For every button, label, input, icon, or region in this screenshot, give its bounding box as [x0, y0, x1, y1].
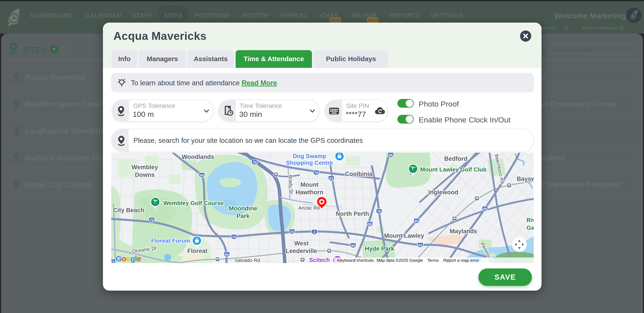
svg-text:75: 75 — [314, 171, 318, 175]
svg-text:Moondine: Moondine — [229, 205, 257, 212]
svg-text:Report a map error: Report a map error — [443, 258, 479, 263]
svg-text:e: e — [137, 254, 141, 263]
svg-text:Wembley: Wembley — [132, 164, 158, 171]
svg-text:72: 72 — [150, 218, 154, 222]
svg-text:Riverside: Riverside — [526, 217, 534, 223]
svg-text:Inglewood: Inglewood — [428, 189, 458, 196]
svg-text:Bedford: Bedford — [444, 155, 468, 162]
svg-text:Floreat: Floreat — [187, 248, 208, 254]
svg-text:o: o — [122, 254, 126, 263]
svg-text:Keyboard shortcuts: Keyboard shortcuts — [337, 258, 374, 263]
svg-text:West: West — [294, 240, 308, 247]
svg-text:Gardens: Gardens — [526, 224, 534, 231]
svg-text:Mount: Mount — [300, 181, 319, 188]
svg-text:Woodlands: Woodlands — [182, 154, 214, 160]
svg-text:North Perth: North Perth — [336, 210, 369, 217]
svg-text:75: 75 — [377, 210, 381, 213]
svg-text:64: 64 — [225, 252, 229, 256]
svg-text:55: 55 — [483, 207, 487, 211]
svg-text:Floreat Forum: Floreat Forum — [151, 237, 190, 244]
svg-text:Bayswater: Bayswater — [517, 176, 534, 182]
svg-text:Shopping Centre: Shopping Centre — [286, 159, 333, 166]
svg-text:56: 56 — [389, 153, 393, 157]
svg-text:Wembley Golf Course: Wembley Golf Course — [163, 200, 224, 206]
svg-text:Hawthorn: Hawthorn — [296, 189, 324, 196]
svg-text:Salvado Rd: Salvado Rd — [234, 257, 260, 263]
svg-text:2: 2 — [314, 230, 315, 234]
svg-text:53: 53 — [415, 219, 419, 223]
svg-text:64: 64 — [200, 173, 204, 177]
svg-text:Terms: Terms — [427, 258, 439, 263]
svg-text:75: 75 — [253, 161, 256, 164]
svg-text:G: G — [116, 254, 122, 263]
svg-text:Park: Park — [236, 213, 250, 219]
svg-text:Downs: Downs — [135, 171, 155, 178]
svg-text:Brady St: Brady St — [288, 175, 294, 194]
svg-text:72: 72 — [232, 235, 236, 239]
svg-text:Maylands: Maylands — [450, 228, 477, 235]
svg-text:Mount Lawley Golf Club: Mount Lawley Golf Club — [420, 166, 486, 173]
svg-text:56: 56 — [368, 222, 372, 226]
svg-text:Hyde Park: Hyde Park — [365, 245, 394, 252]
svg-text:Map data ©2025 Google: Map data ©2025 Google — [376, 258, 423, 263]
svg-text:Anzac Rd: Anzac Rd — [298, 205, 320, 211]
svg-text:Leederville: Leederville — [286, 248, 317, 254]
svg-text:o: o — [126, 254, 131, 263]
svg-text:Mount Lawley: Mount Lawley — [384, 232, 424, 239]
svg-text:60: 60 — [351, 244, 355, 247]
svg-text:Dog Swamp: Dog Swamp — [293, 153, 326, 159]
svg-text:61: 61 — [330, 176, 333, 180]
svg-text:Scitech: Scitech — [309, 256, 330, 263]
svg-text:51: 51 — [418, 243, 422, 247]
svg-text:City Beach: City Beach — [113, 207, 144, 214]
svg-text:72: 72 — [290, 230, 294, 233]
svg-text:71: 71 — [111, 260, 114, 263]
svg-text:g: g — [130, 254, 135, 263]
svg-text:Coolbinia: Coolbinia — [345, 171, 373, 177]
